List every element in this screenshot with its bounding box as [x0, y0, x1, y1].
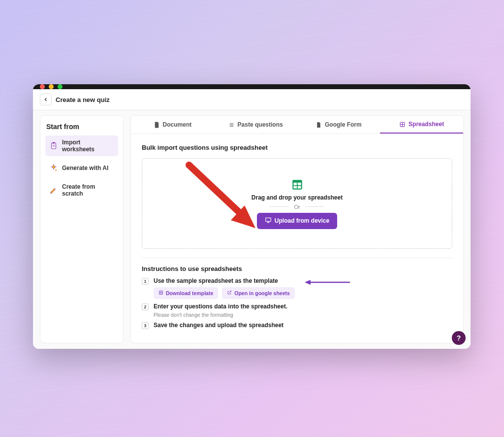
list-icon: [228, 122, 235, 128]
step-label: Save the changes and upload the spreadsh…: [154, 322, 284, 329]
dropzone-text: Drag and drop your spreadsheet: [252, 194, 343, 201]
annotation-purple-arrow: [305, 279, 350, 286]
main-panel: Document Paste questions Google Form Spr…: [130, 115, 464, 343]
back-button[interactable]: [40, 94, 52, 105]
step-label: Use the sample spreadsheet as the templa…: [154, 277, 295, 284]
download-template-button[interactable]: Download template: [154, 287, 218, 299]
step-number: 3: [142, 322, 149, 329]
tab-label: Google Form: [325, 121, 362, 128]
step-number: 1: [142, 278, 149, 285]
help-button[interactable]: ?: [452, 331, 466, 345]
sparkles-icon: [49, 164, 58, 172]
svg-marker-23: [305, 280, 311, 285]
annotation-red-arrow: [182, 160, 270, 244]
open-google-sheets-button[interactable]: Open in google sheets: [222, 287, 295, 299]
panel-heading: Bulk import questions using spreadsheet: [142, 144, 452, 151]
svg-rect-1: [53, 142, 55, 144]
tab-spreadsheet[interactable]: Spreadsheet: [380, 116, 463, 134]
tab-paste-questions[interactable]: Paste questions: [214, 116, 297, 134]
or-separator: Or: [270, 204, 324, 210]
tab-label: Spreadsheet: [409, 121, 444, 128]
clipboard-icon: [49, 141, 58, 150]
tab-bar: Document Paste questions Google Form Spr…: [130, 115, 464, 134]
sidebar-item-label: Generate with AI: [62, 165, 108, 171]
instructions-title: Instructions to use spreadsheets: [142, 265, 452, 272]
step-number: 2: [142, 303, 149, 310]
file-icon: [154, 122, 160, 128]
sidebar-item-label: Import worksheets: [62, 139, 114, 153]
tab-document[interactable]: Document: [131, 116, 214, 134]
svg-rect-16: [266, 218, 271, 221]
step-note: Please don't change the formatting: [154, 312, 287, 318]
pencil-icon: [49, 186, 58, 195]
tab-label: Paste questions: [238, 121, 283, 128]
window-close-button[interactable]: [40, 84, 45, 89]
svg-line-10: [189, 165, 246, 218]
sidebar-title: Start from: [45, 123, 118, 131]
window-titlebar: [33, 84, 471, 89]
dropzone[interactable]: Drag and drop your spreadsheet Or Upload…: [142, 158, 452, 249]
upload-from-device-button[interactable]: Upload from device: [257, 213, 337, 229]
external-link-icon: [227, 290, 232, 296]
spreadsheet-icon: [291, 178, 304, 191]
instruction-step-1: 1 Use the sample spreadsheet as the temp…: [142, 277, 452, 299]
monitor-icon: [265, 217, 272, 225]
page-title: Create a new quiz: [56, 96, 110, 103]
app-window: Create a new quiz Start from Import work…: [33, 84, 471, 349]
sidebar-item-import-worksheets[interactable]: Import worksheets: [45, 135, 118, 156]
sidebar-item-create-scratch[interactable]: Create from scratch: [45, 180, 118, 201]
sidebar-item-label: Create from scratch: [62, 183, 114, 197]
grid-icon: [399, 121, 406, 128]
content-area: Start from Import worksheets Generate wi…: [33, 110, 471, 349]
instruction-step-2: 2 Enter your questions data into the spr…: [142, 303, 452, 318]
sidebar-item-generate-ai[interactable]: Generate with AI: [45, 160, 118, 176]
svg-marker-11: [231, 205, 255, 228]
step-label: Enter your questions data into the sprea…: [154, 303, 287, 310]
window-maximize-button[interactable]: [58, 84, 63, 89]
grid-icon: [158, 290, 163, 296]
window-minimize-button[interactable]: [49, 84, 54, 89]
instruction-step-3: 3 Save the changes and upload the spread…: [142, 322, 452, 329]
sidebar: Start from Import worksheets Generate wi…: [40, 115, 124, 343]
spreadsheet-panel: Bulk import questions using spreadsheet …: [130, 134, 464, 343]
svg-rect-0: [52, 143, 56, 149]
divider: [142, 258, 452, 258]
upload-button-label: Upload from device: [275, 217, 329, 224]
header: Create a new quiz: [33, 89, 471, 110]
tab-label: Document: [163, 121, 192, 128]
file-icon: [315, 122, 322, 128]
tab-google-form[interactable]: Google Form: [297, 116, 380, 134]
